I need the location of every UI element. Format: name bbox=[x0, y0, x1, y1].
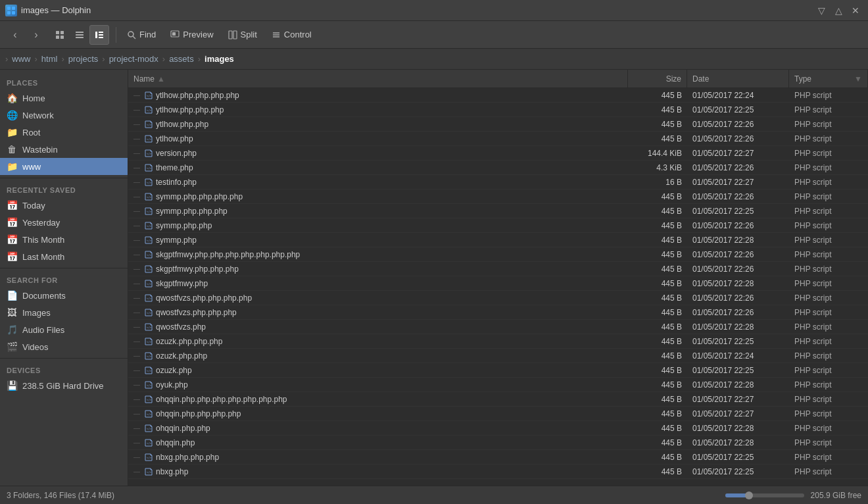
sidebar-item-home[interactable]: 🏠 Home bbox=[0, 89, 128, 107]
svg-text:</>: </> bbox=[147, 94, 152, 97]
view-toggle-group bbox=[50, 25, 109, 45]
sidebar-item-images[interactable]: 🖼 Images bbox=[0, 304, 128, 321]
file-name-cell: — </> ozuzk.php.php bbox=[128, 351, 628, 361]
preview-label: Preview bbox=[183, 30, 213, 39]
table-row[interactable]: — </> theme.php 4.3 KiB 01/05/2017 22:26… bbox=[128, 161, 868, 175]
sidebar-item-audio[interactable]: 🎵 Audio Files bbox=[0, 321, 128, 338]
file-type-cell: PHP script bbox=[789, 308, 868, 317]
zoom-handle[interactable] bbox=[745, 491, 753, 499]
breadcrumb-www[interactable]: www bbox=[9, 53, 33, 65]
svg-point-15 bbox=[128, 32, 133, 37]
preview-button[interactable]: Preview bbox=[164, 24, 220, 45]
view-icons-button[interactable] bbox=[50, 25, 70, 45]
file-name-cell: — </> skgptfmwy.php.php.php.php.php.php.… bbox=[128, 250, 628, 259]
sidebar-item-this-month[interactable]: 📅 This Month bbox=[0, 231, 128, 248]
file-type-cell: PHP script bbox=[789, 134, 868, 143]
breadcrumb-assets[interactable]: assets bbox=[166, 53, 197, 65]
sidebar-item-today[interactable]: 📅 Today bbox=[0, 197, 128, 214]
table-row[interactable]: — </> symmp.php.php 445 B 01/05/2017 22:… bbox=[128, 218, 868, 233]
zoom-control[interactable] bbox=[725, 493, 804, 497]
sidebar-item-yesterday[interactable]: 📅 Yesterday bbox=[0, 214, 128, 231]
table-row[interactable]: — </> ozuzk.php.php 445 B 01/05/2017 22:… bbox=[128, 349, 868, 363]
table-row[interactable]: — </> ytlhow.php 445 B 01/05/2017 22:26 … bbox=[128, 132, 868, 146]
table-row[interactable]: — </> symmp.php.php.php 445 B 01/05/2017… bbox=[128, 204, 868, 218]
file-name-cell: — </> ytlhow.php.php.php bbox=[128, 105, 628, 114]
file-size-cell: 4.3 KiB bbox=[628, 163, 687, 172]
row-indicator: — bbox=[133, 338, 141, 345]
table-row[interactable]: — </> oyuk.php 445 B 01/05/2017 22:28 PH… bbox=[128, 378, 868, 392]
sidebar-item-videos[interactable]: 🎬 Videos bbox=[0, 338, 128, 355]
header-size[interactable]: Size bbox=[628, 70, 687, 88]
table-row[interactable]: — </> symmp.php 445 B 01/05/2017 22:28 P… bbox=[128, 233, 868, 247]
sidebar-item-network[interactable]: 🌐 Network bbox=[0, 107, 128, 124]
file-type-cell: PHP script bbox=[789, 293, 868, 303]
sidebar-item-audio-label: Audio Files bbox=[22, 325, 64, 335]
restore-button[interactable]: △ bbox=[831, 3, 846, 18]
sidebar-item-last-month[interactable]: 📅 Last Month bbox=[0, 248, 128, 265]
svg-text:</>: </> bbox=[147, 268, 152, 271]
sidebar-item-www[interactable]: 📁 www bbox=[0, 158, 128, 175]
file-type-cell: PHP script bbox=[789, 207, 868, 216]
file-name-cell: — </> ytlhow.php.php bbox=[128, 120, 628, 129]
forward-button[interactable]: › bbox=[26, 25, 46, 45]
split-button[interactable]: Split bbox=[222, 24, 264, 45]
view-compact-button[interactable] bbox=[70, 25, 89, 45]
breadcrumb-project-modx[interactable]: project-modx bbox=[107, 53, 161, 65]
table-row[interactable]: — </> skgptfmwy.php 445 B 01/05/2017 22:… bbox=[128, 276, 868, 291]
table-row[interactable]: — </> ytlhow.php.php 445 B 01/05/2017 22… bbox=[128, 117, 868, 132]
table-row[interactable]: — </> ohqqin.php.php.php.php.php.php.php… bbox=[128, 392, 868, 407]
table-row[interactable]: — </> ohqqin.php.php.php.php 445 B 01/05… bbox=[128, 407, 868, 421]
table-row[interactable]: — </> testinfo.php 16 B 01/05/2017 22:27… bbox=[128, 175, 868, 189]
file-name-cell: — </> symmp.php.php.php.php bbox=[128, 192, 628, 201]
file-date-cell: 01/05/2017 22:28 bbox=[687, 438, 789, 447]
svg-text:</>: </> bbox=[147, 239, 152, 242]
table-row[interactable]: — </> ytlhow.php.php.php 445 B 01/05/201… bbox=[128, 103, 868, 117]
breadcrumb-images[interactable]: images bbox=[202, 53, 237, 65]
svg-text:</>: </> bbox=[147, 181, 152, 184]
table-row[interactable]: — </> nbxg.php.php.php 445 B 01/05/2017 … bbox=[128, 450, 868, 465]
sidebar-item-harddrive[interactable]: 💾 238.5 GiB Hard Drive bbox=[0, 377, 128, 394]
header-date[interactable]: Date bbox=[687, 70, 789, 88]
back-button[interactable]: ‹ bbox=[5, 25, 25, 45]
file-header: Name ▲ Size Date Type ▼ bbox=[128, 70, 868, 88]
titlebar-controls: ▽ △ ✕ bbox=[814, 3, 863, 18]
php-icon: </> bbox=[144, 178, 153, 187]
table-row[interactable]: — </> qwostfvzs.php.php.php 445 B 01/05/… bbox=[128, 305, 868, 320]
table-row[interactable]: — </> skgptfmwy.php.php.php 445 B 01/05/… bbox=[128, 262, 868, 276]
table-row[interactable]: — </> ozuzk.php.php.php 445 B 01/05/2017… bbox=[128, 334, 868, 349]
table-row[interactable]: — </> qwostfvzs.php 445 B 01/05/2017 22:… bbox=[128, 320, 868, 334]
table-row[interactable]: — </> ohqqin.php 445 B 01/05/2017 22:28 … bbox=[128, 436, 868, 450]
control-button[interactable]: Control bbox=[265, 24, 318, 45]
find-button[interactable]: Find bbox=[120, 24, 162, 45]
breadcrumb-html[interactable]: html bbox=[39, 53, 60, 65]
header-name[interactable]: Name ▲ bbox=[128, 70, 628, 88]
php-icon: </> bbox=[144, 308, 153, 317]
file-name-cell: — </> testinfo.php bbox=[128, 178, 628, 187]
minimize-button[interactable]: ▽ bbox=[814, 3, 829, 18]
file-type-cell: PHP script bbox=[789, 322, 868, 332]
view-details-button[interactable] bbox=[89, 25, 109, 45]
table-row[interactable]: — </> skgptfmwy.php.php.php.php.php.php.… bbox=[128, 247, 868, 262]
table-row[interactable]: — </> ytlhow.php.php.php.php 445 B 01/05… bbox=[128, 88, 868, 103]
table-row[interactable]: — </> qwostfvzs.php.php.php.php 445 B 01… bbox=[128, 291, 868, 305]
file-name-cell: — </> ohqqin.php.php.php.php bbox=[128, 409, 628, 418]
table-row[interactable]: — </> ozuzk.php 445 B 01/05/2017 22:25 P… bbox=[128, 363, 868, 378]
header-type[interactable]: Type ▼ bbox=[789, 70, 868, 88]
breadcrumb-projects[interactable]: projects bbox=[66, 53, 101, 65]
file-list[interactable]: — </> ytlhow.php.php.php.php 445 B 01/05… bbox=[128, 88, 868, 486]
zoom-slider[interactable] bbox=[725, 493, 804, 497]
php-icon: </> bbox=[144, 424, 153, 433]
file-name-cell: — </> skgptfmwy.php bbox=[128, 279, 628, 288]
table-row[interactable]: — </> nbxg.php 445 B 01/05/2017 22:25 PH… bbox=[128, 465, 868, 479]
row-indicator: — bbox=[133, 366, 141, 374]
sidebar-item-documents[interactable]: 📄 Documents bbox=[0, 287, 128, 304]
table-row[interactable]: — </> ohqqin.php.php 445 B 01/05/2017 22… bbox=[128, 421, 868, 436]
close-button[interactable]: ✕ bbox=[848, 3, 863, 18]
sidebar-item-wastebin[interactable]: 🗑 Wastebin bbox=[0, 141, 128, 158]
table-row[interactable]: — </> version.php 144.4 KiB 01/05/2017 2… bbox=[128, 146, 868, 161]
home-icon: 🏠 bbox=[7, 93, 17, 103]
table-row[interactable]: — </> symmp.php.php.php.php 445 B 01/05/… bbox=[128, 189, 868, 204]
file-type-cell: PHP script bbox=[789, 236, 868, 245]
sidebar-item-root[interactable]: 📁 Root bbox=[0, 124, 128, 141]
row-indicator: — bbox=[133, 120, 141, 128]
